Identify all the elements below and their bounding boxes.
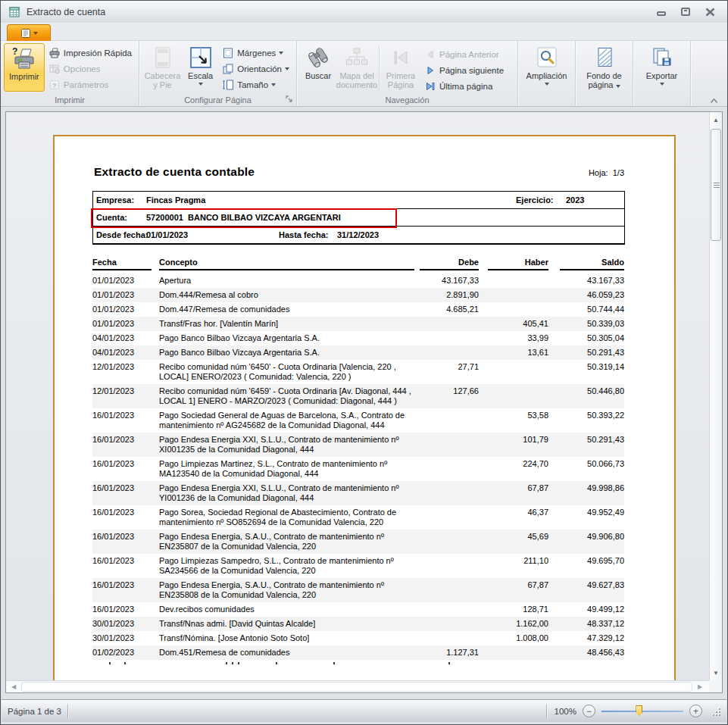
cell-saldo: 50.066,73 <box>560 459 624 469</box>
zoom-slider[interactable] <box>601 705 683 718</box>
zoom-button[interactable]: Ampliación <box>523 43 571 92</box>
cell-concepto: Pago Sociedad General de Aguas de Barcel… <box>159 411 414 430</box>
vertical-scrollbar[interactable]: ▲ ▼ <box>709 112 722 680</box>
next-page-label: Página siguiente <box>439 66 504 75</box>
cell-concepto: Recibo comunidad núm '6459' - Cuota Ordi… <box>159 386 414 406</box>
maximize-button[interactable] <box>680 7 691 17</box>
svg-text:?: ? <box>52 81 57 89</box>
cell-concepto: Dev.recibos comunidades <box>159 605 414 614</box>
cell-haber: 13,61 <box>488 348 548 358</box>
cell-debe: 27,71 <box>420 362 479 372</box>
parameters-button[interactable]: ? Parámetros <box>45 77 136 92</box>
cell-concepto: Dom.451/Remesa de comunidades <box>159 648 414 658</box>
zoom-slider-thumb[interactable] <box>636 705 642 717</box>
export-icon <box>650 45 674 70</box>
cell-saldo: 50.319,14 <box>560 362 624 372</box>
document-map-label: Mapa del documento <box>336 71 377 89</box>
next-page-button[interactable]: Página siguiente <box>420 62 508 78</box>
scroll-down-arrow-icon[interactable]: ▼ <box>710 667 722 679</box>
cell-haber: 211,10 <box>488 556 548 566</box>
quick-print-button[interactable]: Impresión Rápida <box>45 45 136 61</box>
cell-saldo: 49.627,83 <box>560 580 624 590</box>
scroll-left-arrow-icon[interactable]: ◀ <box>8 681 20 692</box>
app-menu-button[interactable] <box>7 24 51 41</box>
cell-fecha: 16/01/2023 <box>92 411 152 420</box>
cell-concepto: Transf/Nnas admi. [David Quintas Alcalde… <box>159 619 414 629</box>
orientation-button[interactable]: Orientación <box>218 61 293 77</box>
info-row-fechas: Desde fecha: 01/01/2023 Hasta fecha: 31/… <box>93 227 624 244</box>
preview-panel: Extracto de cuenta contable Hoja: 1/3 Em… <box>5 111 723 693</box>
zoom-in-button[interactable]: + <box>689 705 702 717</box>
ejercicio-value: 2023 <box>566 195 584 205</box>
cell-fecha: 16/01/2023 <box>92 556 152 566</box>
chevron-down-icon <box>285 67 289 70</box>
zoom-out-button[interactable]: − <box>583 705 595 717</box>
quick-print-label: Impresión Rápida <box>64 48 132 58</box>
last-page-button[interactable]: Última página <box>420 78 508 94</box>
vertical-scrollbar-thumb[interactable] <box>711 129 721 241</box>
cell-haber: 101,79 <box>488 435 548 445</box>
cell-saldo: 50.339,03 <box>560 319 624 329</box>
scroll-right-arrow-icon[interactable]: ▶ <box>694 681 706 692</box>
scale-button[interactable]: Escala <box>183 43 218 92</box>
table-row: 01/01/2023Transf/Fras hor. [Valentín Mar… <box>92 317 624 331</box>
print-button[interactable]: ? Imprimir <box>4 43 45 92</box>
table-row: 01/01/2023Dom.447/Remesa de comunidades4… <box>92 302 624 317</box>
chevron-down-icon <box>660 83 664 86</box>
table-row: 16/01/2023Pago Endesa Energia XXI, S.L.U… <box>92 433 624 457</box>
dialog-launcher-icon[interactable] <box>286 95 294 104</box>
group-configurar-pagina: Cabecera y Pie Escala Márgenes Orientaci… <box>139 41 297 106</box>
last-page-icon <box>424 80 436 92</box>
page-background-label: Fondo de página <box>583 71 626 89</box>
ribbon: ? Imprimir Impresión Rápida Opciones ? P… <box>1 41 727 107</box>
cell-saldo: 50.291,43 <box>560 435 624 445</box>
search-button[interactable]: Buscar <box>300 43 336 92</box>
window-title: Extracto de cuenta <box>27 7 105 17</box>
cell-fecha: 16/01/2023 <box>92 580 152 590</box>
search-label: Buscar <box>305 71 331 80</box>
page-background-button[interactable]: Fondo de página <box>580 43 629 92</box>
horizontal-scrollbar-thumb[interactable] <box>21 682 692 692</box>
column-header-haber: Haber <box>488 258 548 270</box>
table-row: 04/01/2023Pago Banco Bilbao Vizcaya Arge… <box>92 345 624 360</box>
first-page-label: Primera Página <box>381 71 420 89</box>
size-button[interactable]: Tamaño <box>218 77 293 92</box>
app-icon <box>8 6 20 18</box>
cell-concepto: Recibo comunidad núm '6450' - Cuota Ordi… <box>159 362 414 382</box>
table-row: 16/01/2023Dev.recibos comunidades128,714… <box>92 602 624 617</box>
parameters-label: Parámetros <box>64 80 108 89</box>
table-row: 16/01/2023Pago Limpiezas Sampedro, S.L.,… <box>92 554 624 578</box>
resize-grip[interactable] <box>711 707 720 716</box>
collapse-ribbon-icon[interactable] <box>710 98 718 104</box>
export-label: Exportar <box>646 71 678 80</box>
printer-icon: ? <box>12 46 36 70</box>
group-label-imprimir: Imprimir <box>1 95 139 105</box>
first-page-button[interactable]: Primera Página <box>381 43 420 92</box>
cell-concepto: Transf/Nómina. [Jose Antonio Soto Soto] <box>159 633 414 643</box>
cell-concepto: Transf/Fras hor. [Valentín Marín] <box>159 319 414 329</box>
close-button[interactable] <box>705 7 715 17</box>
margins-button[interactable]: Márgenes <box>218 45 293 61</box>
cell-fecha: 04/01/2023 <box>92 333 152 343</box>
orientation-icon <box>222 63 234 75</box>
scroll-up-arrow-icon[interactable]: ▲ <box>710 114 722 126</box>
table-row: 16/01/2023Pago Sociedad General de Aguas… <box>92 408 624 433</box>
previous-page-button[interactable]: Página Anterior <box>420 46 508 62</box>
header-footer-button[interactable]: Cabecera y Pie <box>142 43 183 92</box>
cell-concepto: Apertura <box>159 276 414 286</box>
horizontal-scrollbar[interactable]: ◀ ▶ <box>6 680 709 692</box>
cell-concepto: Dom.447/Remesa de comunidades <box>159 305 414 314</box>
cell-debe: 127,66 <box>420 386 479 396</box>
group-exportar: Exportar <box>633 41 691 106</box>
table-row: 16/01/2023Pago Sorea, Sociedad Regional … <box>92 505 624 530</box>
document-map-button[interactable]: Mapa del documento <box>336 43 377 92</box>
options-button[interactable]: Opciones <box>45 61 136 77</box>
table-row: 30/01/2023Transf/Nómina. [Jose Antonio S… <box>92 631 624 645</box>
magnifier-icon <box>535 45 559 70</box>
minimize-button[interactable] <box>656 7 667 17</box>
cell-saldo: 47.329,12 <box>560 633 624 643</box>
export-button[interactable]: Exportar <box>639 43 685 92</box>
options-icon <box>48 63 61 75</box>
cell-concepto: Pago Limpiezas Sampedro, S.L., Contrato … <box>159 556 414 576</box>
cell-haber: 405,41 <box>488 319 548 329</box>
